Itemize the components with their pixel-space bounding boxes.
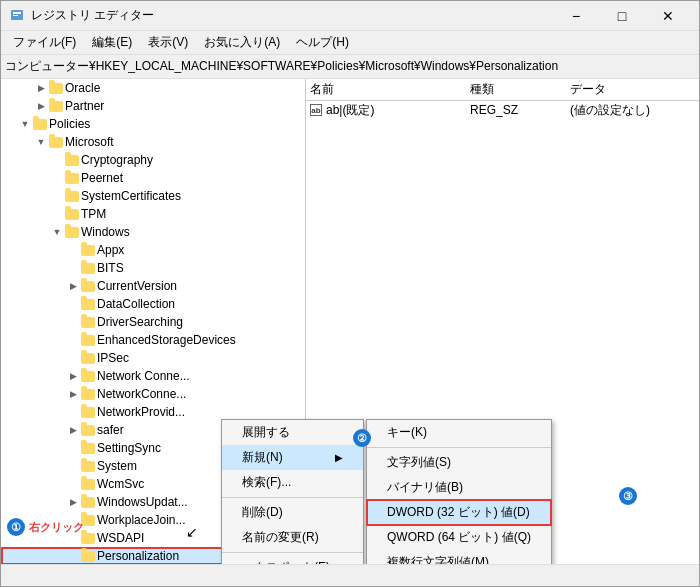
minimize-button[interactable]: − bbox=[553, 1, 599, 31]
tree-item-currentversion[interactable]: ▶ CurrentVersion bbox=[1, 277, 305, 295]
folder-icon-peernet bbox=[65, 173, 79, 184]
expander-windows[interactable]: ▼ bbox=[49, 224, 65, 240]
tree-item-microsoft[interactable]: ▼ Microsoft bbox=[1, 133, 305, 151]
submenu-item-binary[interactable]: バイナリ値(B) bbox=[367, 475, 551, 500]
expander-networkconne1[interactable]: ▶ bbox=[65, 368, 81, 384]
tree-label-workplacejoin: WorkplaceJoin... bbox=[97, 513, 185, 527]
folder-icon-bits bbox=[81, 263, 95, 274]
tree-label-windows: Windows bbox=[81, 225, 130, 239]
tree-label-partner: Partner bbox=[65, 99, 104, 113]
expander-personalization[interactable]: ▶ bbox=[65, 548, 81, 564]
tree-label-currentversion: CurrentVersion bbox=[97, 279, 177, 293]
expander-safer[interactable]: ▶ bbox=[65, 422, 81, 438]
menu-help[interactable]: ヘルプ(H) bbox=[288, 32, 357, 53]
expander-driversearching[interactable]: ▶ bbox=[65, 314, 81, 330]
tree-item-enhancedstorage[interactable]: ▶ EnhancedStorageDevices bbox=[1, 331, 305, 349]
tree-item-policies[interactable]: ▼ Policies bbox=[1, 115, 305, 133]
tree-item-tpm[interactable]: ▶ TPM bbox=[1, 205, 305, 223]
address-bar: コンピューター¥HKEY_LOCAL_MACHINE¥SOFTWARE¥Poli… bbox=[1, 55, 699, 79]
folder-icon-driversearching bbox=[81, 317, 95, 328]
tree-item-bits[interactable]: ▶ BITS bbox=[1, 259, 305, 277]
tree-item-ipsec[interactable]: ▶ IPSec bbox=[1, 349, 305, 367]
folder-icon-networkconne1 bbox=[81, 371, 95, 382]
folder-icon-networkconne2 bbox=[81, 389, 95, 400]
title-bar-left: レジストリ エディター bbox=[9, 7, 154, 24]
folder-icon-windowsupdate bbox=[81, 497, 95, 508]
context-menu-search[interactable]: 検索(F)... bbox=[222, 470, 363, 495]
expander-networkconne2[interactable]: ▶ bbox=[65, 386, 81, 402]
expander-wcmsvc[interactable]: ▶ bbox=[65, 476, 81, 492]
menu-edit[interactable]: 編集(E) bbox=[84, 32, 140, 53]
expander-system[interactable]: ▶ bbox=[65, 458, 81, 474]
submenu-item-multistring[interactable]: 複数行文字列値(M) bbox=[367, 550, 551, 564]
row-type-value: REG_SZ bbox=[470, 103, 518, 117]
tree-item-networkconne1[interactable]: ▶ Network Conne... bbox=[1, 367, 305, 385]
tree-item-driversearching[interactable]: ▶ DriverSearching bbox=[1, 313, 305, 331]
tree-label-microsoft: Microsoft bbox=[65, 135, 114, 149]
menu-favorites[interactable]: お気に入り(A) bbox=[196, 32, 288, 53]
folder-icon-enhancedstorage bbox=[81, 335, 95, 346]
menu-view[interactable]: 表示(V) bbox=[140, 32, 196, 53]
context-menu-expand[interactable]: 展開する bbox=[222, 420, 363, 445]
window-title: レジストリ エディター bbox=[31, 7, 154, 24]
tree-item-peernet[interactable]: ▶ Peernet bbox=[1, 169, 305, 187]
expander-networkprovid[interactable]: ▶ bbox=[65, 404, 81, 420]
close-button[interactable]: ✕ bbox=[645, 1, 691, 31]
folder-icon-partner bbox=[49, 101, 63, 112]
folder-icon-networkprovid bbox=[81, 407, 95, 418]
badge-2: ② bbox=[353, 429, 371, 447]
tree-item-windows[interactable]: ▼ Windows bbox=[1, 223, 305, 241]
context-menu-export[interactable]: エクスポート(E) bbox=[222, 555, 363, 564]
tree-label-enhancedstorage: EnhancedStorageDevices bbox=[97, 333, 236, 347]
svg-rect-2 bbox=[13, 15, 18, 16]
expander-settingsync[interactable]: ▶ bbox=[65, 440, 81, 456]
folder-icon-safer bbox=[81, 425, 95, 436]
expander-tpm[interactable]: ▶ bbox=[49, 206, 65, 222]
submenu-item-key[interactable]: キー(K) bbox=[367, 420, 551, 445]
folder-icon-oracle bbox=[49, 83, 63, 94]
right-header: 名前 種類 データ bbox=[306, 79, 699, 101]
expander-datacollection[interactable]: ▶ bbox=[65, 296, 81, 312]
tree-label-ipsec: IPSec bbox=[97, 351, 129, 365]
expander-currentversion[interactable]: ▶ bbox=[65, 278, 81, 294]
tree-item-systemcerts[interactable]: ▶ SystemCertificates bbox=[1, 187, 305, 205]
address-label: コンピューター¥HKEY_LOCAL_MACHINE¥SOFTWARE¥Poli… bbox=[5, 58, 558, 75]
context-menu-delete[interactable]: 削除(D) bbox=[222, 500, 363, 525]
expander-enhancedstorage[interactable]: ▶ bbox=[65, 332, 81, 348]
tree-item-networkconne2[interactable]: ▶ NetworkConne... bbox=[1, 385, 305, 403]
tree-item-cryptography[interactable]: ▶ Cryptography bbox=[1, 151, 305, 169]
tree-label-tpm: TPM bbox=[81, 207, 106, 221]
expander-oracle[interactable]: ▶ bbox=[33, 80, 49, 96]
folder-icon-windows bbox=[65, 227, 79, 238]
submenu-arrow: ▶ bbox=[335, 452, 343, 463]
expander-policies[interactable]: ▼ bbox=[17, 116, 33, 132]
expander-bits[interactable]: ▶ bbox=[65, 260, 81, 276]
menu-file[interactable]: ファイル(F) bbox=[5, 32, 84, 53]
tree-item-partner[interactable]: ▶ Partner bbox=[1, 97, 305, 115]
tree-label-windowsupdate: WindowsUpdat... bbox=[97, 495, 188, 509]
context-menu-new[interactable]: 新規(N) ▶ bbox=[222, 445, 363, 470]
context-menu-rename[interactable]: 名前の変更(R) bbox=[222, 525, 363, 550]
reg-value-icon: ab bbox=[310, 104, 322, 116]
expander-partner[interactable]: ▶ bbox=[33, 98, 49, 114]
maximize-button[interactable]: □ bbox=[599, 1, 645, 31]
expander-microsoft[interactable]: ▼ bbox=[33, 134, 49, 150]
tree-label-networkprovid: NetworkProvid... bbox=[97, 405, 185, 419]
submenu-item-dword[interactable]: DWORD (32 ビット) 値(D) bbox=[367, 500, 551, 525]
submenu-separator bbox=[367, 447, 551, 448]
expander-appx[interactable]: ▶ bbox=[65, 242, 81, 258]
submenu-item-string[interactable]: 文字列値(S) bbox=[367, 450, 551, 475]
folder-icon-wcmsvc bbox=[81, 479, 95, 490]
tree-item-oracle[interactable]: ▶ Oracle bbox=[1, 79, 305, 97]
registry-editor-window: レジストリ エディター − □ ✕ ファイル(F) 編集(E) 表示(V) お気… bbox=[0, 0, 700, 587]
tree-item-datacollection[interactable]: ▶ DataCollection bbox=[1, 295, 305, 313]
tree-item-appx[interactable]: ▶ Appx bbox=[1, 241, 305, 259]
submenu-item-qword[interactable]: QWORD (64 ビット) 値(Q) bbox=[367, 525, 551, 550]
folder-icon-ipsec bbox=[81, 353, 95, 364]
expander-cryptography[interactable]: ▶ bbox=[49, 152, 65, 168]
expander-ipsec[interactable]: ▶ bbox=[65, 350, 81, 366]
expander-windowsupdate[interactable]: ▶ bbox=[65, 494, 81, 510]
expander-peernet[interactable]: ▶ bbox=[49, 170, 65, 186]
expander-systemcerts[interactable]: ▶ bbox=[49, 188, 65, 204]
tree-label-bits: BITS bbox=[97, 261, 124, 275]
